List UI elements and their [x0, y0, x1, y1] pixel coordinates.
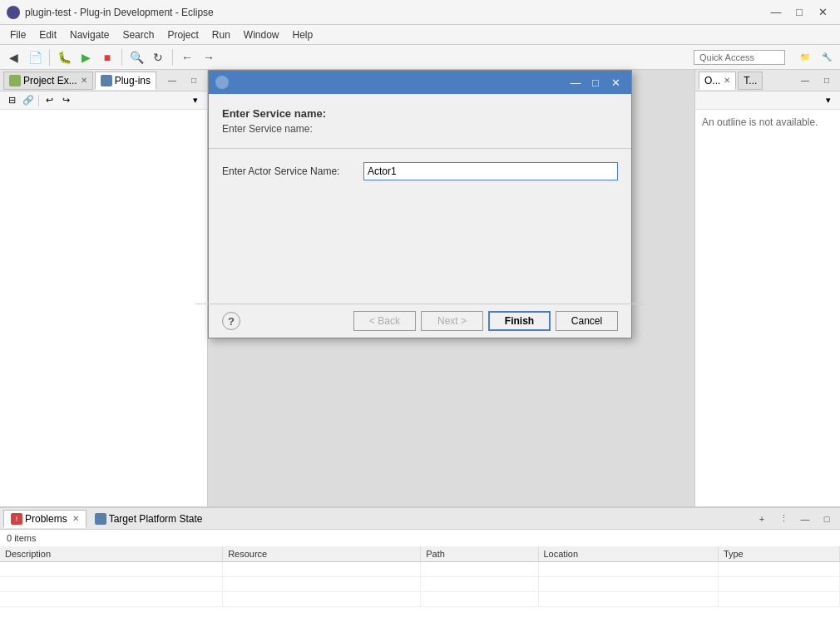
tab-project-explorer-label: Project Ex... [23, 75, 77, 86]
actor-service-label: Enter Actor Service Name: [222, 165, 363, 177]
close-button[interactable]: ✕ [812, 2, 833, 23]
col-description[interactable]: Description [0, 546, 223, 562]
toolbar-sep-2 [121, 49, 122, 66]
dialog-sep-1 [209, 148, 631, 149]
left-panel-toolbar: ⊟ 🔗 ↩ ↪ ▾ [0, 91, 207, 110]
toolbar-refresh[interactable]: ↻ [148, 47, 168, 67]
maximize-button[interactable]: □ [788, 2, 810, 23]
table-row [0, 577, 840, 592]
actor-service-input[interactable] [363, 162, 618, 180]
problems-count: 0 items [0, 530, 840, 546]
t-tab-label: T... [744, 75, 757, 86]
cancel-button[interactable]: Cancel [556, 311, 618, 331]
dialog-footer: ? < Back Next > Finish Cancel [209, 304, 631, 338]
dialog-content: Enter Service name: Enter Service name: … [209, 94, 631, 304]
minimize-right-btn[interactable]: — [795, 71, 815, 91]
tab-project-explorer[interactable]: Project Ex... ✕ [3, 72, 93, 90]
tab-target-platform[interactable]: Target Platform State [88, 510, 210, 528]
window-title: plugin-test - Plug-in Development - Ecli… [25, 7, 765, 18]
right-panel-tabs: O... ✕ T... — □ [695, 70, 840, 91]
right-panel-controls: — □ [795, 71, 837, 91]
dialog-overlay: — □ ✕ Enter Service name: Enter Service … [208, 70, 694, 506]
back-button[interactable]: < Back [353, 311, 416, 331]
toolbar-back[interactable]: ◀ [3, 47, 23, 67]
panel-menu-btn[interactable]: ▾ [187, 93, 204, 108]
dialog-help-button[interactable]: ? [222, 312, 240, 330]
toolbar-run[interactable]: ▶ [76, 47, 96, 67]
panel-toolbar-sep [38, 95, 39, 106]
menu-file[interactable]: File [3, 27, 32, 42]
bottom-panel: ! Problems ✕ Target Platform State + ⋮ —… [0, 507, 840, 632]
close-project-explorer[interactable]: ✕ [81, 76, 87, 85]
dialog-maximize[interactable]: □ [586, 74, 605, 91]
toolbar-sep-3 [172, 49, 173, 66]
tab-problems-label: Problems [25, 513, 67, 525]
close-outline[interactable]: ✕ [724, 76, 730, 85]
project-explorer-icon [9, 75, 21, 86]
actor-service-field: Enter Actor Service Name: [222, 162, 618, 180]
problems-table: Description Resource Path Location Type [0, 546, 840, 607]
quick-access[interactable]: Quick Access [694, 50, 785, 65]
menu-window[interactable]: Window [237, 27, 286, 42]
app-icon [7, 6, 20, 19]
tab-plugins-label: Plug-ins [115, 75, 151, 86]
minimize-button[interactable]: — [765, 2, 787, 23]
center-area: — □ ✕ Enter Service name: Enter Service … [208, 70, 694, 506]
link-editor-btn[interactable]: 🔗 [20, 93, 37, 108]
outline-content: An outline is not available. [695, 110, 840, 506]
dialog-close[interactable]: ✕ [606, 74, 625, 91]
col-location[interactable]: Location [538, 546, 718, 562]
tab-plugins[interactable]: Plug-ins [95, 72, 156, 90]
window-controls: — □ ✕ [765, 2, 833, 23]
maximize-panel-btn[interactable]: □ [184, 71, 204, 91]
menu-project[interactable]: Project [161, 27, 205, 42]
toolbar-new[interactable]: 📄 [25, 47, 45, 67]
main-layout: Project Ex... ✕ Plug-ins — □ ⊟ 🔗 ↩ ↪ ▾ [0, 70, 840, 507]
toolbar-perspective1[interactable]: 📁 [795, 47, 815, 67]
tab-outline[interactable]: O... ✕ [699, 72, 736, 90]
toolbar-next[interactable]: → [199, 47, 219, 67]
tab-t[interactable]: T... [738, 72, 763, 90]
tab-problems[interactable]: ! Problems ✕ [3, 510, 86, 528]
menu-search[interactable]: Search [116, 27, 161, 42]
toolbar-debug[interactable]: 🐛 [54, 47, 74, 67]
panel-tab-controls: — □ [162, 71, 204, 91]
toolbar-search[interactable]: 🔍 [126, 47, 146, 67]
menu-bar: File Edit Navigate Search Project Run Wi… [0, 25, 840, 45]
bottom-menu-btn[interactable]: ⋮ [773, 509, 793, 529]
bottom-add-btn[interactable]: + [752, 509, 772, 529]
outline-message: An outline is not available. [702, 116, 818, 128]
menu-navigate[interactable]: Navigate [63, 27, 116, 42]
forward-panel-btn[interactable]: ↪ [57, 93, 74, 108]
dialog-minimize[interactable]: — [566, 74, 585, 91]
minimize-panel-btn[interactable]: — [162, 71, 182, 91]
menu-edit[interactable]: Edit [32, 27, 63, 42]
maximize-right-btn[interactable]: □ [817, 71, 837, 91]
col-type[interactable]: Type [718, 546, 839, 562]
toolbar-prev[interactable]: ← [177, 47, 197, 67]
toolbar-perspective2[interactable]: 🔧 [817, 47, 837, 67]
dialog-heading: Enter Service name: [222, 107, 618, 120]
plugin-icon [101, 75, 112, 86]
close-problems[interactable]: ✕ [72, 514, 79, 523]
dialog-subheading: Enter Service name: [222, 123, 618, 135]
dialog-footer-buttons: < Back Next > Finish Cancel [353, 311, 618, 331]
problems-icon: ! [11, 513, 22, 525]
menu-help[interactable]: Help [286, 27, 320, 42]
col-resource[interactable]: Resource [223, 546, 421, 562]
right-panel-toolbar: ▾ [695, 91, 840, 110]
toolbar-stop[interactable]: ■ [97, 47, 117, 67]
bottom-maximize-btn[interactable]: □ [817, 509, 837, 529]
left-panel: Project Ex... ✕ Plug-ins — □ ⊟ 🔗 ↩ ↪ ▾ [0, 70, 208, 506]
back-panel-btn[interactable]: ↩ [41, 93, 57, 108]
finish-button[interactable]: Finish [488, 311, 551, 331]
tab-target-platform-label: Target Platform State [109, 513, 203, 525]
title-bar: plugin-test - Plug-in Development - Ecli… [0, 0, 840, 25]
target-platform-icon [95, 513, 106, 525]
collapse-all-btn[interactable]: ⊟ [3, 93, 20, 108]
menu-run[interactable]: Run [205, 27, 237, 42]
right-panel-controls-btn[interactable]: ▾ [820, 93, 837, 108]
dialog: — □ ✕ Enter Service name: Enter Service … [208, 70, 632, 338]
bottom-minimize-btn[interactable]: — [795, 509, 815, 529]
col-path[interactable]: Path [421, 546, 538, 562]
